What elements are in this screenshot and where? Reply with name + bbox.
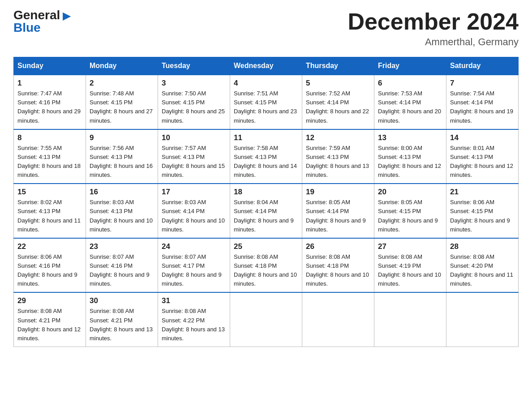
day-info: Sunrise: 8:08 AM Sunset: 4:21 PM Dayligh…	[90, 307, 154, 343]
day-info: Sunrise: 8:07 AM Sunset: 4:16 PM Dayligh…	[90, 253, 154, 289]
table-row	[230, 292, 302, 347]
day-number: 7	[450, 79, 515, 88]
col-tuesday: Tuesday	[158, 57, 230, 75]
day-number: 3	[162, 79, 226, 88]
table-row: 30 Sunrise: 8:08 AM Sunset: 4:21 PM Dayl…	[86, 292, 158, 347]
day-number: 24	[162, 242, 226, 251]
day-info: Sunrise: 7:55 AM Sunset: 4:13 PM Dayligh…	[17, 144, 82, 180]
table-row: 14 Sunrise: 8:01 AM Sunset: 4:13 PM Dayl…	[446, 129, 519, 184]
table-row: 27 Sunrise: 8:08 AM Sunset: 4:19 PM Dayl…	[374, 238, 446, 293]
table-row	[446, 292, 519, 347]
day-number: 19	[306, 188, 370, 197]
day-number: 4	[234, 79, 298, 88]
table-row: 31 Sunrise: 8:08 AM Sunset: 4:22 PM Dayl…	[158, 292, 230, 347]
table-row: 4 Sunrise: 7:51 AM Sunset: 4:15 PM Dayli…	[230, 75, 302, 129]
day-number: 12	[306, 133, 370, 142]
table-row: 26 Sunrise: 8:08 AM Sunset: 4:18 PM Dayl…	[302, 238, 374, 293]
day-info: Sunrise: 8:08 AM Sunset: 4:18 PM Dayligh…	[234, 253, 298, 289]
logo: General ▶ Blue	[13, 9, 70, 34]
day-number: 28	[450, 242, 515, 251]
table-row: 22 Sunrise: 8:06 AM Sunset: 4:16 PM Dayl…	[14, 238, 86, 293]
day-info: Sunrise: 7:50 AM Sunset: 4:15 PM Dayligh…	[162, 89, 226, 125]
table-row: 18 Sunrise: 8:04 AM Sunset: 4:14 PM Dayl…	[230, 184, 302, 238]
col-friday: Friday	[374, 57, 446, 75]
day-info: Sunrise: 7:52 AM Sunset: 4:14 PM Dayligh…	[306, 89, 370, 125]
location-title: Ammerthal, Germany	[348, 36, 519, 48]
table-row: 15 Sunrise: 8:02 AM Sunset: 4:13 PM Dayl…	[14, 184, 86, 238]
day-info: Sunrise: 7:58 AM Sunset: 4:13 PM Dayligh…	[234, 144, 298, 180]
calendar-header-row: Sunday Monday Tuesday Wednesday Thursday…	[14, 57, 519, 75]
table-row: 3 Sunrise: 7:50 AM Sunset: 4:15 PM Dayli…	[158, 75, 230, 129]
day-number: 5	[306, 79, 370, 88]
table-row: 12 Sunrise: 7:59 AM Sunset: 4:13 PM Dayl…	[302, 129, 374, 184]
day-number: 23	[90, 242, 154, 251]
day-info: Sunrise: 7:47 AM Sunset: 4:16 PM Dayligh…	[17, 89, 82, 125]
day-number: 6	[378, 79, 442, 88]
day-info: Sunrise: 7:53 AM Sunset: 4:14 PM Dayligh…	[378, 89, 442, 125]
col-saturday: Saturday	[446, 57, 519, 75]
day-info: Sunrise: 8:00 AM Sunset: 4:13 PM Dayligh…	[378, 144, 442, 180]
table-row: 11 Sunrise: 7:58 AM Sunset: 4:13 PM Dayl…	[230, 129, 302, 184]
day-number: 30	[90, 296, 154, 305]
day-number: 14	[450, 133, 515, 142]
day-info: Sunrise: 8:05 AM Sunset: 4:15 PM Dayligh…	[378, 198, 442, 234]
day-info: Sunrise: 8:04 AM Sunset: 4:14 PM Dayligh…	[234, 198, 298, 234]
day-number: 2	[90, 79, 154, 88]
day-info: Sunrise: 8:08 AM Sunset: 4:21 PM Dayligh…	[17, 307, 82, 343]
day-info: Sunrise: 8:08 AM Sunset: 4:22 PM Dayligh…	[162, 307, 226, 343]
table-row: 6 Sunrise: 7:53 AM Sunset: 4:14 PM Dayli…	[374, 75, 446, 129]
table-row: 16 Sunrise: 8:03 AM Sunset: 4:13 PM Dayl…	[86, 184, 158, 238]
day-number: 22	[17, 242, 82, 251]
table-row: 10 Sunrise: 7:57 AM Sunset: 4:13 PM Dayl…	[158, 129, 230, 184]
table-row: 23 Sunrise: 8:07 AM Sunset: 4:16 PM Dayl…	[86, 238, 158, 293]
page-header: General ▶ Blue December 2024 Ammerthal, …	[13, 9, 519, 48]
col-sunday: Sunday	[14, 57, 86, 75]
day-info: Sunrise: 8:07 AM Sunset: 4:17 PM Dayligh…	[162, 253, 226, 289]
day-info: Sunrise: 8:06 AM Sunset: 4:15 PM Dayligh…	[450, 198, 515, 234]
day-info: Sunrise: 8:05 AM Sunset: 4:14 PM Dayligh…	[306, 198, 370, 234]
day-number: 16	[90, 188, 154, 197]
day-info: Sunrise: 8:06 AM Sunset: 4:16 PM Dayligh…	[17, 253, 82, 289]
calendar-table: Sunday Monday Tuesday Wednesday Thursday…	[13, 57, 519, 347]
table-row: 2 Sunrise: 7:48 AM Sunset: 4:15 PM Dayli…	[86, 75, 158, 129]
day-info: Sunrise: 8:03 AM Sunset: 4:14 PM Dayligh…	[162, 198, 226, 234]
calendar-week-row: 22 Sunrise: 8:06 AM Sunset: 4:16 PM Dayl…	[14, 238, 519, 293]
calendar-week-row: 8 Sunrise: 7:55 AM Sunset: 4:13 PM Dayli…	[14, 129, 519, 184]
day-number: 10	[162, 133, 226, 142]
table-row: 7 Sunrise: 7:54 AM Sunset: 4:14 PM Dayli…	[446, 75, 519, 129]
day-info: Sunrise: 8:08 AM Sunset: 4:18 PM Dayligh…	[306, 253, 370, 289]
day-number: 26	[306, 242, 370, 251]
day-info: Sunrise: 8:03 AM Sunset: 4:13 PM Dayligh…	[90, 198, 154, 234]
day-info: Sunrise: 7:56 AM Sunset: 4:13 PM Dayligh…	[90, 144, 154, 180]
calendar-week-row: 29 Sunrise: 8:08 AM Sunset: 4:21 PM Dayl…	[14, 292, 519, 347]
table-row: 5 Sunrise: 7:52 AM Sunset: 4:14 PM Dayli…	[302, 75, 374, 129]
table-row: 24 Sunrise: 8:07 AM Sunset: 4:17 PM Dayl…	[158, 238, 230, 293]
day-info: Sunrise: 7:51 AM Sunset: 4:15 PM Dayligh…	[234, 89, 298, 125]
day-info: Sunrise: 7:54 AM Sunset: 4:14 PM Dayligh…	[450, 89, 515, 125]
table-row: 19 Sunrise: 8:05 AM Sunset: 4:14 PM Dayl…	[302, 184, 374, 238]
logo-blue-row: Blue	[13, 21, 41, 34]
table-row: 20 Sunrise: 8:05 AM Sunset: 4:15 PM Dayl…	[374, 184, 446, 238]
day-number: 20	[378, 188, 442, 197]
calendar-week-row: 15 Sunrise: 8:02 AM Sunset: 4:13 PM Dayl…	[14, 184, 519, 238]
day-number: 13	[378, 133, 442, 142]
table-row: 17 Sunrise: 8:03 AM Sunset: 4:14 PM Dayl…	[158, 184, 230, 238]
day-info: Sunrise: 7:57 AM Sunset: 4:13 PM Dayligh…	[162, 144, 226, 180]
day-number: 18	[234, 188, 298, 197]
day-number: 11	[234, 133, 298, 142]
month-title: December 2024	[348, 9, 519, 34]
table-row: 29 Sunrise: 8:08 AM Sunset: 4:21 PM Dayl…	[14, 292, 86, 347]
col-monday: Monday	[86, 57, 158, 75]
calendar-week-row: 1 Sunrise: 7:47 AM Sunset: 4:16 PM Dayli…	[14, 75, 519, 129]
table-row	[302, 292, 374, 347]
day-number: 21	[450, 188, 515, 197]
day-number: 8	[17, 133, 82, 142]
day-info: Sunrise: 8:01 AM Sunset: 4:13 PM Dayligh…	[450, 144, 515, 180]
table-row: 9 Sunrise: 7:56 AM Sunset: 4:13 PM Dayli…	[86, 129, 158, 184]
table-row: 21 Sunrise: 8:06 AM Sunset: 4:15 PM Dayl…	[446, 184, 519, 238]
day-info: Sunrise: 8:08 AM Sunset: 4:19 PM Dayligh…	[378, 253, 442, 289]
day-info: Sunrise: 8:02 AM Sunset: 4:13 PM Dayligh…	[17, 198, 82, 234]
day-info: Sunrise: 7:48 AM Sunset: 4:15 PM Dayligh…	[90, 89, 154, 125]
day-info: Sunrise: 7:59 AM Sunset: 4:13 PM Dayligh…	[306, 144, 370, 180]
day-number: 9	[90, 133, 154, 142]
